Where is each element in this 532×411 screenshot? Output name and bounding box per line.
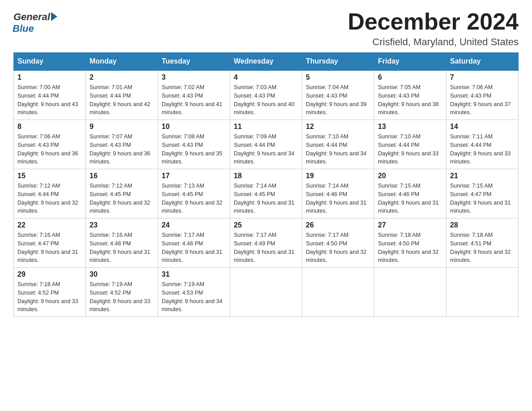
title-section: December 2024 Crisfield, Maryland, Unite… bbox=[348, 9, 519, 48]
calendar-cell: 11Sunrise: 7:09 AMSunset: 4:44 PMDayligh… bbox=[230, 120, 302, 169]
day-info: Sunrise: 7:17 AMSunset: 4:48 PMDaylight:… bbox=[162, 231, 226, 265]
day-info: Sunrise: 7:12 AMSunset: 4:45 PMDaylight:… bbox=[90, 182, 154, 215]
day-number: 14 bbox=[450, 123, 515, 131]
day-header-friday: Friday bbox=[374, 53, 446, 71]
day-number: 22 bbox=[17, 221, 82, 229]
calendar-cell: 7Sunrise: 7:06 AMSunset: 4:43 PMDaylight… bbox=[446, 70, 519, 120]
calendar-cell: 9Sunrise: 7:07 AMSunset: 4:43 PMDaylight… bbox=[86, 120, 158, 169]
day-info: Sunrise: 7:19 AMSunset: 4:52 PMDaylight:… bbox=[90, 280, 154, 314]
calendar-cell: 12Sunrise: 7:10 AMSunset: 4:44 PMDayligh… bbox=[302, 120, 374, 169]
calendar-cell bbox=[446, 268, 519, 317]
logo-arrow-icon bbox=[51, 12, 57, 21]
day-info: Sunrise: 7:18 AMSunset: 4:52 PMDaylight:… bbox=[17, 280, 82, 314]
calendar-cell: 22Sunrise: 7:16 AMSunset: 4:47 PMDayligh… bbox=[14, 218, 86, 268]
calendar-cell: 4Sunrise: 7:03 AMSunset: 4:43 PMDaylight… bbox=[230, 70, 302, 120]
calendar-cell: 6Sunrise: 7:05 AMSunset: 4:43 PMDaylight… bbox=[374, 70, 446, 120]
day-number: 5 bbox=[306, 73, 370, 81]
day-header-wednesday: Wednesday bbox=[230, 53, 302, 71]
calendar-cell: 21Sunrise: 7:15 AMSunset: 4:47 PMDayligh… bbox=[446, 169, 519, 218]
day-info: Sunrise: 7:02 AMSunset: 4:43 PMDaylight:… bbox=[162, 83, 226, 117]
day-number: 27 bbox=[378, 221, 442, 229]
day-info: Sunrise: 7:06 AMSunset: 4:43 PMDaylight:… bbox=[17, 133, 82, 166]
calendar-cell: 20Sunrise: 7:15 AMSunset: 4:46 PMDayligh… bbox=[374, 169, 446, 218]
day-number: 20 bbox=[378, 172, 442, 180]
day-header-thursday: Thursday bbox=[302, 53, 374, 71]
calendar-cell: 23Sunrise: 7:16 AMSunset: 4:48 PMDayligh… bbox=[86, 218, 158, 268]
day-info: Sunrise: 7:00 AMSunset: 4:44 PMDaylight:… bbox=[17, 83, 82, 117]
calendar-cell: 13Sunrise: 7:10 AMSunset: 4:44 PMDayligh… bbox=[374, 120, 446, 169]
day-info: Sunrise: 7:04 AMSunset: 4:43 PMDaylight:… bbox=[306, 83, 370, 117]
calendar-cell: 16Sunrise: 7:12 AMSunset: 4:45 PMDayligh… bbox=[86, 169, 158, 218]
day-header-tuesday: Tuesday bbox=[158, 53, 230, 71]
day-info: Sunrise: 7:17 AMSunset: 4:50 PMDaylight:… bbox=[306, 231, 370, 265]
day-number: 13 bbox=[378, 123, 442, 131]
day-info: Sunrise: 7:16 AMSunset: 4:47 PMDaylight:… bbox=[17, 231, 82, 265]
day-number: 15 bbox=[17, 172, 82, 180]
day-number: 8 bbox=[17, 123, 82, 131]
day-info: Sunrise: 7:09 AMSunset: 4:44 PMDaylight:… bbox=[234, 133, 298, 166]
day-number: 19 bbox=[306, 172, 370, 180]
day-info: Sunrise: 7:12 AMSunset: 4:44 PMDaylight:… bbox=[17, 182, 82, 215]
day-header-saturday: Saturday bbox=[446, 53, 519, 71]
day-info: Sunrise: 7:08 AMSunset: 4:43 PMDaylight:… bbox=[162, 133, 226, 166]
day-info: Sunrise: 7:13 AMSunset: 4:45 PMDaylight:… bbox=[162, 182, 226, 215]
day-info: Sunrise: 7:18 AMSunset: 4:50 PMDaylight:… bbox=[378, 231, 442, 265]
day-info: Sunrise: 7:06 AMSunset: 4:43 PMDaylight:… bbox=[450, 83, 515, 117]
calendar-cell: 26Sunrise: 7:17 AMSunset: 4:50 PMDayligh… bbox=[302, 218, 374, 268]
day-info: Sunrise: 7:10 AMSunset: 4:44 PMDaylight:… bbox=[306, 133, 370, 166]
day-number: 7 bbox=[450, 73, 515, 81]
day-number: 17 bbox=[162, 172, 226, 180]
calendar-cell: 28Sunrise: 7:18 AMSunset: 4:51 PMDayligh… bbox=[446, 218, 519, 268]
day-info: Sunrise: 7:16 AMSunset: 4:48 PMDaylight:… bbox=[90, 231, 154, 265]
calendar-cell: 2Sunrise: 7:01 AMSunset: 4:44 PMDaylight… bbox=[86, 70, 158, 120]
day-number: 31 bbox=[162, 270, 226, 278]
calendar-cell: 31Sunrise: 7:19 AMSunset: 4:53 PMDayligh… bbox=[158, 268, 230, 317]
day-number: 26 bbox=[306, 221, 370, 229]
logo-general-text: General bbox=[13, 11, 50, 23]
day-info: Sunrise: 7:10 AMSunset: 4:44 PMDaylight:… bbox=[378, 133, 442, 166]
day-number: 3 bbox=[162, 73, 226, 81]
day-info: Sunrise: 7:07 AMSunset: 4:43 PMDaylight:… bbox=[90, 133, 154, 166]
day-number: 18 bbox=[234, 172, 298, 180]
page-header: General Blue December 2024 Crisfield, Ma… bbox=[13, 9, 519, 48]
day-number: 1 bbox=[17, 73, 82, 81]
day-number: 24 bbox=[162, 221, 226, 229]
day-info: Sunrise: 7:14 AMSunset: 4:45 PMDaylight:… bbox=[234, 182, 298, 215]
calendar-cell: 30Sunrise: 7:19 AMSunset: 4:52 PMDayligh… bbox=[86, 268, 158, 317]
day-info: Sunrise: 7:05 AMSunset: 4:43 PMDaylight:… bbox=[378, 83, 442, 117]
day-info: Sunrise: 7:01 AMSunset: 4:44 PMDaylight:… bbox=[90, 83, 154, 117]
day-number: 23 bbox=[90, 221, 154, 229]
calendar-cell: 25Sunrise: 7:17 AMSunset: 4:49 PMDayligh… bbox=[230, 218, 302, 268]
day-number: 16 bbox=[90, 172, 154, 180]
day-header-monday: Monday bbox=[86, 53, 158, 71]
day-number: 6 bbox=[378, 73, 442, 81]
calendar-cell: 27Sunrise: 7:18 AMSunset: 4:50 PMDayligh… bbox=[374, 218, 446, 268]
day-number: 12 bbox=[306, 123, 370, 131]
calendar-cell: 10Sunrise: 7:08 AMSunset: 4:43 PMDayligh… bbox=[158, 120, 230, 169]
day-header-row: SundayMondayTuesdayWednesdayThursdayFrid… bbox=[14, 53, 519, 71]
day-number: 2 bbox=[90, 73, 154, 81]
calendar-cell: 1Sunrise: 7:00 AMSunset: 4:44 PMDaylight… bbox=[14, 70, 86, 120]
day-number: 25 bbox=[234, 221, 298, 229]
week-row-1: 1Sunrise: 7:00 AMSunset: 4:44 PMDaylight… bbox=[14, 70, 519, 120]
day-header-sunday: Sunday bbox=[14, 53, 86, 71]
calendar-cell: 18Sunrise: 7:14 AMSunset: 4:45 PMDayligh… bbox=[230, 169, 302, 218]
calendar-cell: 3Sunrise: 7:02 AMSunset: 4:43 PMDaylight… bbox=[158, 70, 230, 120]
calendar-cell bbox=[374, 268, 446, 317]
week-row-4: 22Sunrise: 7:16 AMSunset: 4:47 PMDayligh… bbox=[14, 218, 519, 268]
week-row-2: 8Sunrise: 7:06 AMSunset: 4:43 PMDaylight… bbox=[14, 120, 519, 169]
day-number: 9 bbox=[90, 123, 154, 131]
calendar-cell: 14Sunrise: 7:11 AMSunset: 4:44 PMDayligh… bbox=[446, 120, 519, 169]
day-number: 30 bbox=[90, 270, 154, 278]
day-info: Sunrise: 7:15 AMSunset: 4:46 PMDaylight:… bbox=[378, 182, 442, 215]
day-info: Sunrise: 7:14 AMSunset: 4:46 PMDaylight:… bbox=[306, 182, 370, 215]
logo-blue-text: Blue bbox=[13, 23, 34, 34]
day-number: 29 bbox=[17, 270, 82, 278]
calendar-cell: 29Sunrise: 7:18 AMSunset: 4:52 PMDayligh… bbox=[14, 268, 86, 317]
calendar-cell: 8Sunrise: 7:06 AMSunset: 4:43 PMDaylight… bbox=[14, 120, 86, 169]
day-number: 10 bbox=[162, 123, 226, 131]
day-info: Sunrise: 7:19 AMSunset: 4:53 PMDaylight:… bbox=[162, 280, 226, 314]
calendar-cell bbox=[302, 268, 374, 317]
month-title: December 2024 bbox=[348, 9, 519, 34]
day-info: Sunrise: 7:15 AMSunset: 4:47 PMDaylight:… bbox=[450, 182, 515, 215]
